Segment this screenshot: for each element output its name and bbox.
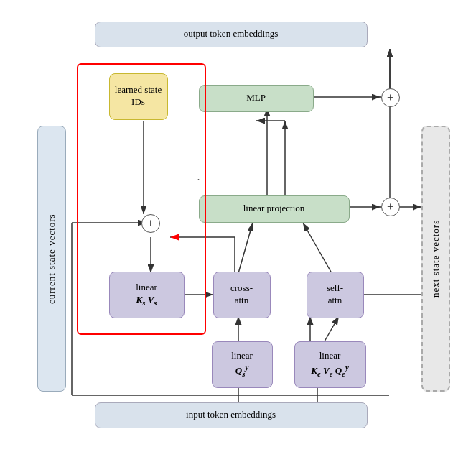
linear-projection-label: linear projection (243, 203, 305, 215)
linear-ke-ve-qe-label: linearKe Ve Qey (311, 350, 348, 379)
circle-plus-left: + (141, 214, 160, 233)
current-state-vectors-box: current state vectors (37, 126, 66, 392)
linear-projection-box: linear projection (199, 195, 350, 223)
linear-qsv-label: linearQsy (231, 350, 253, 379)
self-attn-box: self- attn (307, 272, 364, 318)
circle-plus-top-label: + (387, 91, 393, 104)
output-token-embeddings-label: output token embeddings (184, 28, 278, 40)
learned-state-ids-box: learned state IDs (109, 73, 168, 120)
circle-plus-left-label: + (147, 217, 154, 230)
architecture-diagram: output token embeddings MLP + linear pro… (30, 14, 447, 438)
cross-attn-box: cross- attn (213, 272, 271, 318)
next-state-vectors-box: next state vectors (421, 126, 450, 392)
linear-ks-vs-box: linearKs Vs (109, 272, 185, 318)
mlp-box: MLP (199, 85, 314, 112)
current-state-vectors-label: current state vectors (45, 213, 57, 304)
circle-plus-right-label: + (387, 200, 393, 213)
learned-state-ids-label: learned state IDs (110, 84, 167, 109)
linear-qsv-box: linearQsy (212, 341, 273, 388)
self-attn-label: self- attn (327, 282, 343, 307)
input-token-embeddings-box: input token embeddings (95, 402, 368, 428)
input-token-embeddings-label: input token embeddings (186, 409, 276, 421)
svg-line-13 (303, 223, 332, 273)
dot-indicator: · (197, 174, 200, 187)
output-token-embeddings-box: output token embeddings (95, 22, 368, 47)
svg-line-12 (238, 223, 253, 273)
next-state-vectors-label: next state vectors (429, 219, 442, 297)
linear-ke-ve-qe-box: linearKe Ve Qey (294, 341, 366, 388)
svg-line-10 (325, 316, 339, 341)
circle-plus-right: + (381, 198, 400, 216)
cross-attn-label: cross- attn (230, 282, 253, 307)
mlp-label: MLP (246, 92, 266, 104)
circle-plus-top: + (381, 88, 400, 107)
linear-ks-vs-label: linearKs Vs (136, 282, 157, 308)
